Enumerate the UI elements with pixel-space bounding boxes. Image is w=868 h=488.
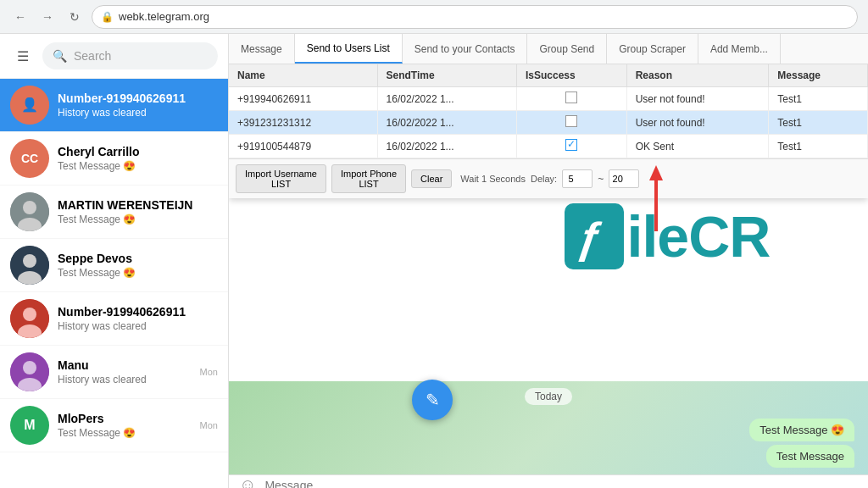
forward-button[interactable]: → xyxy=(37,7,58,27)
tab-group-scraper[interactable]: Group Scraper xyxy=(607,34,698,64)
contact-time: Mon xyxy=(200,367,218,377)
emoji-icon[interactable]: ☺ xyxy=(239,475,256,488)
menu-button[interactable]: ☰ xyxy=(10,43,36,69)
contact-name: Number-919940626911 xyxy=(58,92,218,105)
contact-info: MloPers Test Message 😍 xyxy=(58,412,192,439)
cell-issuccess xyxy=(516,135,626,158)
list-item[interactable]: Number-919940626911 History was cleared xyxy=(0,292,228,346)
avatar xyxy=(10,246,49,285)
contact-info: Manu History was cleared xyxy=(58,358,192,385)
list-item[interactable]: Number-919940626911 History was cleared xyxy=(0,79,228,132)
chat-bubble: Test Message xyxy=(766,445,854,468)
contact-preview: History was cleared xyxy=(58,374,192,385)
contact-name: Manu xyxy=(58,358,192,372)
list-item[interactable]: Seppe Devos Test Message 😍 xyxy=(0,239,228,292)
col-name: Name xyxy=(229,64,377,87)
import-phone-button[interactable]: Import PhoneLIST xyxy=(331,164,406,193)
cell-message: Test1 xyxy=(769,135,868,158)
contact-name: Number-919940626911 xyxy=(58,305,218,319)
col-issuccess: IsSuccess xyxy=(516,64,626,87)
contact-preview: Test Message 😍 xyxy=(58,267,218,279)
contact-list: Number-919940626911 History was cleared … xyxy=(0,79,228,488)
sidebar: ☰ 🔍 Search Number-919940626911 History w… xyxy=(0,34,229,488)
avatar: M xyxy=(10,406,49,445)
avatar: CC xyxy=(10,139,49,178)
cell-message: Test1 xyxy=(769,111,868,135)
checkbox-unchecked[interactable] xyxy=(565,92,577,103)
list-item[interactable]: CC Cheryl Carrillo Test Message 😍 xyxy=(0,132,228,186)
avatar xyxy=(10,86,49,125)
checkbox-unchecked[interactable] xyxy=(565,115,577,127)
cell-name: +391231231312 xyxy=(229,111,377,135)
clear-button[interactable]: Clear xyxy=(411,169,452,188)
cell-issuccess xyxy=(516,87,626,111)
avatar xyxy=(10,192,49,231)
contact-name: Cheryl Carrillo xyxy=(58,145,218,158)
list-item[interactable]: M MloPers Test Message 😍 Mon xyxy=(0,399,228,452)
col-message: Message xyxy=(769,64,868,87)
chat-input-bar: ☺ xyxy=(229,474,868,488)
tab-send-users[interactable]: Send to Users List xyxy=(295,34,403,64)
delay-label: Delay: xyxy=(531,174,557,184)
cell-name: +919940626911 xyxy=(229,87,377,111)
svg-point-1 xyxy=(23,201,36,214)
arrow-annotation xyxy=(649,165,663,231)
chat-messages: Test Message 😍 Test Message xyxy=(229,412,868,474)
search-icon: 🔍 xyxy=(53,49,67,63)
right-panel: Message Send to Users List Send to your … xyxy=(229,34,868,488)
tab-group-send[interactable]: Group Send xyxy=(527,34,607,64)
filecr-logo: ƒ ileCR xyxy=(565,203,771,269)
arrow-shaft xyxy=(654,180,658,231)
browser-bar: ← → ↻ 🔒 webk.telegram.org xyxy=(0,0,868,34)
import-username-button[interactable]: Import UsernameLIST xyxy=(236,164,326,193)
reload-button[interactable]: ↻ xyxy=(64,7,85,27)
message-input[interactable] xyxy=(264,479,858,489)
contact-info: Number-919940626911 History was cleared xyxy=(58,305,218,332)
svg-point-7 xyxy=(23,308,36,321)
list-item[interactable]: MARTIN WERENSTEIJN Test Message 😍 xyxy=(0,186,228,239)
plugin-tabs: Message Send to Users List Send to your … xyxy=(229,34,868,64)
cell-reason: OK Sent xyxy=(626,135,769,158)
table-row: +391231231312 16/02/2022 1... User not f… xyxy=(229,111,868,135)
cell-sendtime: 16/02/2022 1... xyxy=(377,87,516,111)
contact-info: Cheryl Carrillo Test Message 😍 xyxy=(58,145,218,172)
table-row: +919100544879 16/02/2022 1... OK Sent Te… xyxy=(229,135,868,158)
svg-point-10 xyxy=(23,361,36,374)
cell-reason: User not found! xyxy=(626,111,769,135)
search-placeholder: Search xyxy=(74,49,111,63)
cell-message: Test1 xyxy=(769,87,868,111)
compose-button[interactable]: ✎ xyxy=(412,380,453,420)
contact-info: Number-919940626911 History was cleared xyxy=(58,92,218,119)
contact-info: MARTIN WERENSTEIJN Test Message 😍 xyxy=(58,198,218,225)
delay-from-input[interactable] xyxy=(562,169,593,188)
arrow-up-icon xyxy=(649,165,663,180)
cell-sendtime: 16/02/2022 1... xyxy=(377,111,516,135)
delay-to-input[interactable] xyxy=(609,169,639,188)
address-bar[interactable]: 🔒 webk.telegram.org xyxy=(92,5,858,29)
filecr-watermark: ƒ ileCR xyxy=(466,203,868,269)
back-button[interactable]: ← xyxy=(10,7,31,27)
results-table: Name SendTime IsSuccess Reason Message +… xyxy=(229,64,868,158)
contact-preview: Test Message 😍 xyxy=(58,160,218,172)
col-sendtime: SendTime xyxy=(377,64,516,87)
contact-info: Seppe Devos Test Message 😍 xyxy=(58,252,218,279)
checkbox-checked[interactable] xyxy=(565,139,577,151)
search-box[interactable]: 🔍 Search xyxy=(42,42,218,69)
cell-sendtime: 16/02/2022 1... xyxy=(377,135,516,158)
wait-label: Wait 1 Seconds xyxy=(460,174,526,184)
sidebar-header: ☰ 🔍 Search xyxy=(0,34,228,79)
contact-name: MloPers xyxy=(58,412,192,425)
url-text: webk.telegram.org xyxy=(119,10,209,23)
tab-send-contacts[interactable]: Send to your Contacts xyxy=(403,34,528,64)
svg-point-4 xyxy=(23,254,36,268)
tab-message[interactable]: Message xyxy=(229,34,295,64)
filecr-f-box: ƒ xyxy=(565,203,624,269)
contact-preview: History was cleared xyxy=(58,320,218,332)
chat-area: Today Test Message 😍 Test Message ☺ xyxy=(229,381,868,488)
tab-add-member[interactable]: Add Memb... xyxy=(698,34,781,64)
tilde-separator: ~ xyxy=(598,173,604,185)
avatar xyxy=(10,299,49,338)
contact-name: Seppe Devos xyxy=(58,252,218,265)
list-item[interactable]: Manu History was cleared Mon xyxy=(0,346,228,399)
avatar xyxy=(10,352,49,391)
